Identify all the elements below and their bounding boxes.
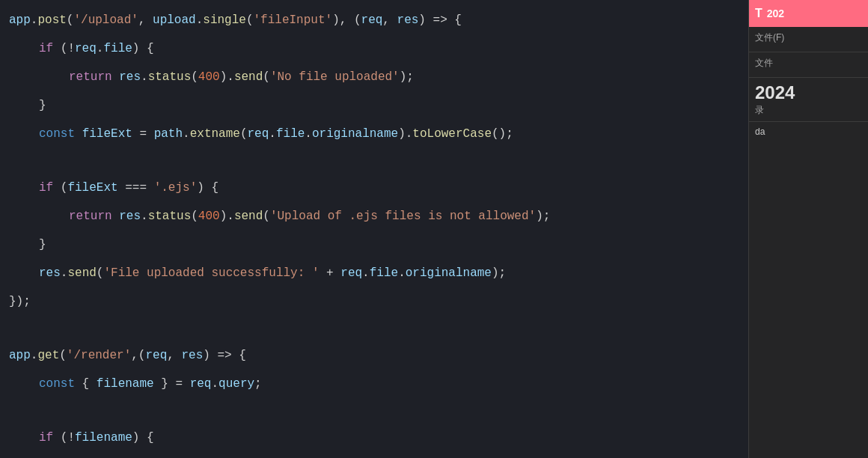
code-line: }); xyxy=(0,287,748,316)
code-token: . xyxy=(61,266,68,280)
code-token: 'File uploaded successfully: ' xyxy=(103,266,319,280)
code-token: upload xyxy=(153,13,196,27)
code-token: extname xyxy=(190,127,240,141)
code-token: . xyxy=(362,266,370,280)
sidebar-panel: T 202 文件(F) 文件 2024 录 da xyxy=(748,0,868,458)
code-token: ; xyxy=(254,377,262,391)
sidebar-section-label: 文件 xyxy=(755,57,862,70)
code-token: , xyxy=(167,349,181,362)
code-line: const { filename } = req.query; xyxy=(0,370,748,398)
code-token: ( xyxy=(97,266,104,280)
sidebar-sub-text: 录 xyxy=(755,104,862,117)
code-token: ( xyxy=(191,70,198,84)
code-token: => { xyxy=(218,349,246,362)
code-line xyxy=(0,148,748,174)
code-token: req xyxy=(340,266,362,280)
code-token: query xyxy=(218,377,254,391)
code-token: app xyxy=(9,349,31,362)
code-token: '/render' xyxy=(67,349,131,362)
code-token: toLowerCase xyxy=(412,127,492,141)
code-token: ( xyxy=(263,210,270,223)
code-token: filename xyxy=(75,431,132,445)
code-token: if xyxy=(39,431,53,445)
code-token: const xyxy=(39,377,75,391)
code-token: = xyxy=(132,127,154,141)
code-token: return xyxy=(69,210,112,223)
code-line: app.get('/render',(req, res) => { xyxy=(0,341,748,370)
code-token: . xyxy=(269,127,276,141)
code-token: req xyxy=(75,42,97,55)
code-token: . xyxy=(97,42,104,55)
code-token: ( xyxy=(59,349,67,362)
code-token: if xyxy=(39,181,53,195)
sidebar-entry: da xyxy=(749,122,868,141)
code-token: } = xyxy=(154,377,190,391)
code-line: if (fileExt === '.ejs') { xyxy=(0,174,748,202)
code-token: } xyxy=(39,99,46,112)
sidebar-year-section: 2024 录 xyxy=(749,78,868,122)
code-line: if (!filename) { xyxy=(0,424,748,452)
code-token: . xyxy=(211,377,218,391)
code-token: fileExt xyxy=(67,181,117,195)
code-token xyxy=(112,210,120,223)
code-token: res xyxy=(397,13,419,27)
code-token: === xyxy=(118,181,154,195)
code-token: , xyxy=(138,13,153,27)
code-token: return xyxy=(69,70,112,84)
code-token: ). xyxy=(398,127,412,141)
code-line: res.send('File uploaded successfully: ' … xyxy=(0,259,748,287)
code-token: res xyxy=(181,349,203,362)
sidebar-title-bar: T 202 xyxy=(749,0,868,27)
code-token: file xyxy=(370,266,398,280)
code-token: . xyxy=(196,13,204,27)
code-token: '.ejs' xyxy=(154,181,198,195)
code-editor: app.post('/upload', upload.single('fileI… xyxy=(0,0,748,458)
code-token: status xyxy=(148,210,192,223)
code-token: (! xyxy=(53,42,75,55)
code-token: , xyxy=(382,13,397,27)
sidebar-label-section: 文件 xyxy=(749,52,868,78)
code-token: . xyxy=(31,13,38,27)
code-token: get xyxy=(37,349,59,362)
code-token: 400 xyxy=(198,210,220,223)
code-token: ( xyxy=(67,13,74,27)
sidebar-file-section: 文件(F) xyxy=(749,27,868,52)
code-line: } xyxy=(0,230,748,259)
code-token: 'No file uploaded' xyxy=(270,70,400,84)
code-token: ) xyxy=(418,13,433,27)
code-token: . xyxy=(141,70,148,84)
code-token: if xyxy=(39,42,53,55)
code-token: ), ( xyxy=(332,13,361,27)
code-token: originalname xyxy=(312,127,398,141)
code-line xyxy=(0,398,748,424)
code-token: status xyxy=(148,70,192,84)
code-token: . xyxy=(31,349,38,362)
code-line: } xyxy=(0,91,748,120)
code-token: }); xyxy=(9,295,31,308)
sidebar-title-text: 202 xyxy=(767,7,784,19)
code-token: => { xyxy=(433,13,462,27)
code-token: 'Upload of .ejs files is not allowed' xyxy=(270,210,536,223)
code-token: ( xyxy=(53,181,67,195)
code-token: . xyxy=(398,266,406,280)
code-token: . xyxy=(305,127,312,141)
code-token: (! xyxy=(53,431,75,445)
code-token: '/upload' xyxy=(73,13,138,27)
code-token: 'fileInput' xyxy=(254,13,333,27)
code-token: res xyxy=(119,70,141,84)
code-token: req xyxy=(361,13,383,27)
code-token: ( xyxy=(240,127,248,141)
code-token: ) { xyxy=(197,181,218,195)
code-token: { xyxy=(75,377,97,391)
code-token: ). xyxy=(220,70,234,84)
code-line: return res.status(400).send('Filename pa… xyxy=(0,452,748,458)
code-token: (); xyxy=(492,127,513,141)
code-token: post xyxy=(37,13,66,27)
code-token: app xyxy=(9,13,31,27)
code-line xyxy=(0,316,748,341)
sidebar-entry-text: da xyxy=(755,126,862,137)
code-line: const fileExt = path.extname(req.file.or… xyxy=(0,120,748,148)
code-token: } xyxy=(39,238,46,251)
code-token: ) xyxy=(203,349,217,362)
code-token: ) { xyxy=(132,431,154,445)
